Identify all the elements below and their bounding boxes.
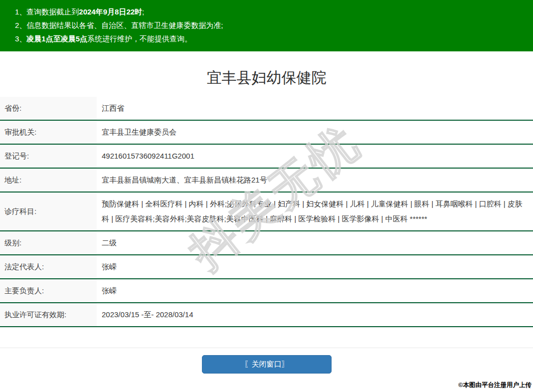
notice-line-2: 2、信息数据结果以各省、自治区、直辖市卫生健康委数据为准; xyxy=(15,18,528,32)
row-value: 张嵘 xyxy=(97,255,533,278)
row-label: 法定代表人: xyxy=(0,255,97,278)
row-value: 二级 xyxy=(97,231,533,254)
row-label: 地址: xyxy=(0,169,97,192)
notice-line-1: 1、查询数据截止到2024年9月8日22时; xyxy=(15,5,528,18)
hospital-info-table: 省份: 江西省 审批机关: 宜丰县卫生健康委员会 登记号: 4921601573… xyxy=(0,97,533,327)
table-row-license-validity: 执业许可证有效期: 2023/03/15 -至- 2028/03/14 xyxy=(0,303,533,327)
row-value: 张嵘 xyxy=(97,279,533,302)
notice-line-1-text: 查询数据截止到 xyxy=(26,7,79,16)
row-label: 审批机关: xyxy=(0,121,97,144)
close-window-button[interactable]: 〖关闭窗口〗 xyxy=(202,355,332,374)
notice-line-3-tail: 系统进行维护，不能提供查询。 xyxy=(87,34,192,43)
notice-banner: 1、查询数据截止到2024年9月8日22时; 2、信息数据结果以各省、自治区、直… xyxy=(0,0,533,51)
table-row-registration-number: 登记号: 49216015736092411G2001 xyxy=(0,145,533,169)
table-row-legal-representative: 法定代表人: 张嵘 xyxy=(0,255,533,279)
row-label: 诊疗科目: xyxy=(0,193,97,230)
footer-divider xyxy=(0,348,533,348)
notice-line-2-number: 2、 xyxy=(15,21,26,29)
row-value: 预防保健科 | 全科医疗科 | 内科 | 外科;泌尿外科专业 | 妇产科 | 妇… xyxy=(97,193,533,230)
notice-line-1-tail: ; xyxy=(142,7,144,16)
notice-line-3-bold: 凌晨1点至凌晨5点 xyxy=(26,34,87,43)
notice-line-3-number: 3、 xyxy=(15,34,26,43)
notice-line-1-number: 1、 xyxy=(15,7,26,16)
row-value: 2023/03/15 -至- 2028/03/14 xyxy=(97,303,533,326)
row-value: 宜丰县卫生健康委员会 xyxy=(97,121,533,144)
row-label: 登记号: xyxy=(0,145,97,168)
row-value: 宜丰县新昌镇城南大道、宜丰县新昌镇桂花路21号 xyxy=(97,169,533,192)
notice-line-2-text: 信息数据结果以各省、自治区、直辖市卫生健康委数据为准; xyxy=(26,21,223,29)
query-result-page: 1、查询数据截止到2024年9月8日22时; 2、信息数据结果以各省、自治区、直… xyxy=(0,0,533,392)
row-value: 49216015736092411G2001 xyxy=(97,145,533,168)
row-label: 主要负责人: xyxy=(0,279,97,302)
table-row-province: 省份: 江西省 xyxy=(0,97,533,121)
notice-line-3: 3、凌晨1点至凌晨5点系统进行维护，不能提供查询。 xyxy=(15,32,528,45)
row-label: 执业许可证有效期: xyxy=(0,303,97,326)
row-label: 级别: xyxy=(0,231,97,254)
notice-line-1-bold: 2024年9月8日22时 xyxy=(79,7,142,16)
table-row-medical-departments: 诊疗科目: 预防保健科 | 全科医疗科 | 内科 | 外科;泌尿外科专业 | 妇… xyxy=(0,193,533,231)
page-title: 宜丰县妇幼保健院 xyxy=(0,51,533,97)
table-row-address: 地址: 宜丰县新昌镇城南大道、宜丰县新昌镇桂花路21号 xyxy=(0,169,533,193)
table-row-person-in-charge: 主要负责人: 张嵘 xyxy=(0,279,533,303)
copyright-note: ©本图由平台注册用户上传 xyxy=(458,381,532,390)
table-row-approval-authority: 审批机关: 宜丰县卫生健康委员会 xyxy=(0,121,533,145)
row-label: 省份: xyxy=(0,97,97,120)
table-row-level: 级别: 二级 xyxy=(0,231,533,255)
row-value: 江西省 xyxy=(97,97,533,120)
